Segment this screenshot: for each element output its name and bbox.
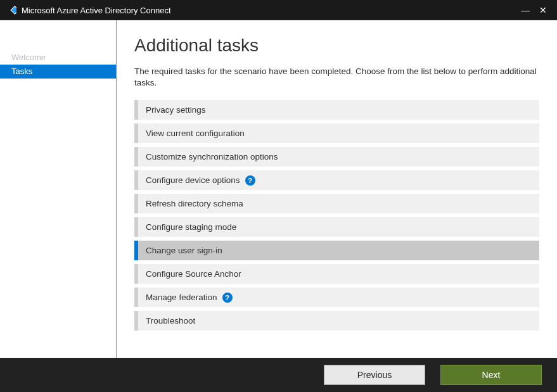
task-item[interactable]: Manage federation? (134, 288, 539, 307)
task-label: Manage federation (146, 293, 217, 302)
task-item[interactable]: Configure staging mode (134, 217, 539, 237)
window-body: WelcomeTasks Additional tasks The requir… (0, 20, 557, 358)
task-label: Configure Source Anchor (146, 269, 241, 279)
sidebar-item-welcome[interactable]: Welcome (0, 51, 116, 65)
close-button[interactable]: ✕ (534, 5, 552, 15)
task-list: Privacy settingsView current configurati… (134, 100, 539, 331)
task-item[interactable]: Privacy settings (134, 100, 539, 120)
previous-button[interactable]: Previous (324, 365, 425, 385)
sidebar-item-tasks[interactable]: Tasks (0, 65, 116, 79)
main-content: Additional tasks The required tasks for … (117, 20, 557, 358)
help-icon[interactable]: ? (222, 293, 233, 303)
task-label: Customize synchronization options (146, 152, 278, 161)
window-title: Microsoft Azure Active Directory Connect (22, 6, 516, 15)
minimize-button[interactable]: ― (516, 5, 534, 15)
task-label: Privacy settings (146, 105, 206, 115)
sidebar: WelcomeTasks (0, 20, 117, 358)
task-item[interactable]: Customize synchronization options (134, 147, 539, 167)
task-label: Configure staging mode (146, 222, 236, 232)
page-title: Additional tasks (134, 35, 539, 56)
task-label: Change user sign-in (146, 246, 222, 255)
help-icon[interactable]: ? (245, 175, 255, 186)
task-label: Configure device options (146, 175, 240, 185)
page-intro: The required tasks for the scenario have… (134, 66, 539, 89)
titlebar: Microsoft Azure Active Directory Connect… (0, 0, 557, 20)
task-item[interactable]: Troubleshoot (134, 311, 539, 331)
task-label: View current configuration (146, 129, 245, 138)
task-item[interactable]: Configure device options? (134, 170, 539, 190)
task-label: Refresh directory schema (146, 199, 243, 208)
task-item[interactable]: Configure Source Anchor (134, 264, 539, 284)
task-label: Troubleshoot (146, 316, 195, 326)
task-item[interactable]: View current configuration (134, 123, 539, 143)
app-icon (5, 4, 16, 16)
next-button[interactable]: Next (440, 365, 542, 385)
task-item[interactable]: Change user sign-in (134, 241, 539, 260)
footer: Previous Next (0, 358, 557, 392)
task-item[interactable]: Refresh directory schema (134, 194, 539, 213)
